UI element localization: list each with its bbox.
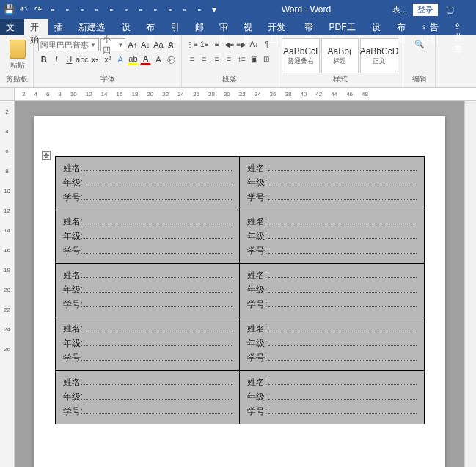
tab-newtab[interactable]: 新建选项卡 (73, 19, 116, 35)
strike-button[interactable]: abc (76, 54, 88, 65)
qat-icon[interactable]: ▫ (76, 4, 88, 15)
tab-pdf[interactable]: PDF工具集 (323, 19, 367, 35)
tab-view[interactable]: 视图 (238, 19, 262, 35)
align-justify-icon[interactable]: ≡ (224, 53, 235, 65)
align-left-icon[interactable]: ≡ (186, 53, 198, 65)
tab-insert[interactable]: 插入 (48, 19, 73, 35)
horizontal-ruler[interactable]: 2468101214161820222426283032343638404244… (0, 88, 476, 101)
shading-icon[interactable]: ▣ (248, 53, 260, 65)
qat-more-icon[interactable]: ▾ (208, 4, 220, 15)
table-cell[interactable]: 姓名:年级:学号: (55, 371, 240, 424)
align-right-icon[interactable]: ≡ (211, 53, 223, 65)
group-label: 字体 (38, 74, 177, 84)
group-font: 阿里巴巴普惠▼ 小四▼ A↑ A↓ Aa A̷ B I U abc x₂ x² … (34, 35, 182, 87)
tab-table-layout[interactable]: 布局 (391, 19, 415, 35)
highlight-icon[interactable]: ab (128, 54, 139, 65)
multilevel-icon[interactable]: ≡ (211, 38, 223, 51)
table-cell[interactable]: 姓名:年级:学号: (55, 210, 240, 264)
field-label: 学号: (247, 298, 267, 311)
table-cell[interactable]: 姓名:年级:学号: (240, 371, 425, 424)
vertical-scrollbar[interactable] (464, 101, 476, 467)
field-label: 年级: (63, 391, 83, 403)
qat-icon[interactable]: ▫ (150, 4, 161, 15)
group-styles: AaBbCcI普通叠右AaBb(标题AaBbCcD正文 样式 (277, 35, 403, 87)
tab-design[interactable]: 设计 (116, 19, 140, 35)
page-scroll[interactable]: ✥ 姓名:年级:学号:姓名:年级:学号:姓名:年级:学号:姓名:年级:学号:姓名… (15, 101, 464, 467)
find-icon[interactable]: 🔍 (414, 38, 425, 50)
tab-file[interactable]: 文件 (0, 19, 24, 35)
login-button[interactable]: 登录 (413, 4, 438, 16)
grow-font-icon[interactable]: A↑ (127, 39, 138, 51)
qat-icon[interactable]: ▫ (179, 4, 191, 15)
change-case-icon[interactable]: Aa (153, 39, 164, 51)
char-border-icon[interactable]: A (153, 54, 164, 65)
tab-help[interactable]: 帮助 (299, 19, 323, 35)
font-name-select[interactable]: 阿里巴巴普惠▼ (38, 38, 99, 51)
field-label: 学号: (247, 245, 267, 257)
show-marks-icon[interactable]: ¶ (260, 38, 272, 51)
tab-table-design[interactable]: 设计 (366, 19, 390, 35)
field-label: 学号: (63, 245, 83, 257)
table-cell[interactable]: 姓名:年级:学号: (240, 157, 425, 210)
table-row: 姓名:年级:学号:姓名:年级:学号: (55, 371, 424, 424)
field-label: 年级: (247, 284, 267, 296)
numbering-icon[interactable]: 1≡ (199, 38, 210, 51)
qat-icon[interactable]: ▫ (62, 4, 73, 15)
minimize-icon[interactable] (461, 4, 473, 15)
paste-button[interactable]: 粘贴 (4, 38, 31, 72)
table-cell[interactable]: 姓名:年级:学号: (55, 264, 240, 317)
table-cell[interactable]: 姓名:年级:学号: (240, 210, 425, 264)
style-item[interactable]: AaBb(标题 (321, 38, 359, 73)
text-effects-icon[interactable]: A (114, 54, 125, 65)
form-table[interactable]: 姓名:年级:学号:姓名:年级:学号:姓名:年级:学号:姓名:年级:学号:姓名:年… (55, 156, 425, 424)
qat-icon[interactable]: ▫ (106, 4, 117, 15)
share-button[interactable]: ⇪ 共享 (448, 19, 476, 35)
vertical-ruler[interactable]: 2468101214161820222426 (0, 101, 15, 467)
enclose-char-icon[interactable]: ㊓ (166, 54, 177, 65)
qat-icon[interactable]: ▫ (135, 4, 147, 15)
indent-dec-icon[interactable]: ◀≡ (224, 38, 235, 51)
italic-button[interactable]: I (51, 54, 62, 65)
font-size-select[interactable]: 小四▼ (100, 38, 126, 51)
align-center-icon[interactable]: ≡ (199, 53, 210, 65)
qat-icon[interactable]: ▫ (194, 4, 205, 15)
font-color-icon[interactable]: A (140, 54, 151, 65)
qat-icon[interactable]: ▫ (91, 4, 103, 15)
tab-references[interactable]: 引用 (165, 19, 189, 35)
bold-button[interactable]: B (38, 54, 49, 65)
group-clipboard: 粘贴 剪贴板 (0, 35, 34, 87)
table-cell[interactable]: 姓名:年级:学号: (55, 157, 240, 210)
shrink-font-icon[interactable]: A↓ (140, 39, 151, 51)
table-move-handle-icon[interactable]: ✥ (42, 151, 51, 160)
page[interactable]: ✥ 姓名:年级:学号:姓名:年级:学号:姓名:年级:学号:姓名:年级:学号:姓名… (34, 116, 445, 467)
tab-mailings[interactable]: 邮件 (189, 19, 213, 35)
save-icon[interactable]: 💾 (3, 4, 15, 15)
underline-button[interactable]: U (64, 54, 75, 65)
table-cell[interactable]: 姓名:年级:学号: (240, 264, 425, 317)
clear-format-icon[interactable]: A̷ (166, 39, 177, 51)
ribbon-options-icon[interactable]: ▢ (444, 4, 455, 15)
field-label: 姓名: (63, 269, 83, 282)
style-item[interactable]: AaBbCcI普通叠右 (282, 38, 320, 73)
bullets-icon[interactable]: ⋮≡ (186, 38, 198, 51)
redo-icon[interactable]: ↷ (32, 4, 44, 15)
sort-icon[interactable]: A↓ (248, 38, 260, 51)
undo-icon[interactable]: ↶ (18, 4, 29, 15)
tell-me[interactable]: ♀ 告诉我 (415, 19, 448, 35)
superscript-button[interactable]: x² (102, 54, 113, 65)
qat-icon[interactable]: ▫ (120, 4, 132, 15)
tab-developer[interactable]: 开发工具 (262, 19, 299, 35)
tab-review[interactable]: 审阅 (213, 19, 238, 35)
indent-inc-icon[interactable]: ≡▶ (235, 38, 247, 51)
field-line (268, 161, 416, 171)
table-cell[interactable]: 姓名:年级:学号: (55, 317, 240, 371)
line-spacing-icon[interactable]: ↕≡ (235, 53, 247, 65)
borders-icon[interactable]: ⊞ (260, 53, 272, 65)
table-cell[interactable]: 姓名:年级:学号: (240, 317, 425, 371)
subscript-button[interactable]: x₂ (89, 54, 100, 65)
qat-icon[interactable]: ▫ (164, 4, 176, 15)
tab-layout[interactable]: 布局 (140, 19, 164, 35)
tab-home[interactable]: 开始 (24, 19, 48, 35)
qat-icon[interactable]: ▫ (47, 4, 59, 15)
style-item[interactable]: AaBbCcD正文 (360, 38, 398, 73)
